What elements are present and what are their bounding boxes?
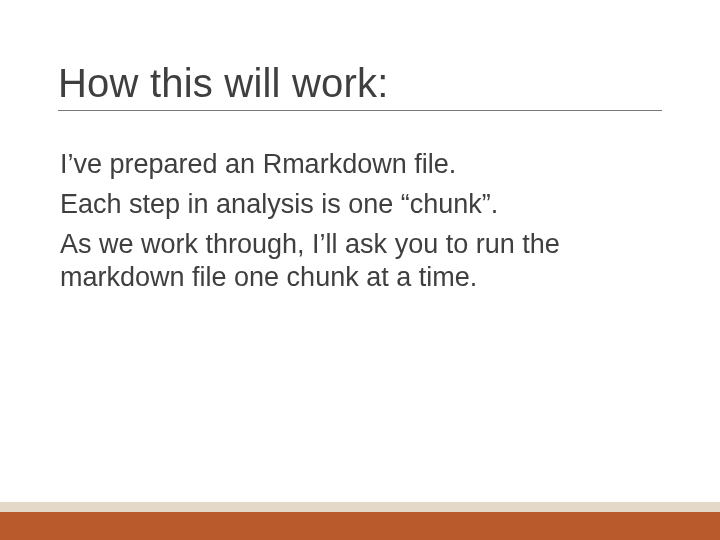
- slide-title: How this will work:: [58, 62, 662, 111]
- body-paragraph: Each step in analysis is one “chunk”.: [60, 188, 620, 222]
- slide: How this will work: I’ve prepared an Rma…: [0, 0, 720, 540]
- body-paragraph: I’ve prepared an Rmarkdown file.: [60, 148, 620, 182]
- slide-body: I’ve prepared an Rmarkdown file. Each st…: [60, 148, 620, 301]
- footer-accent-bar: [0, 512, 720, 540]
- body-paragraph: As we work through, I’ll ask you to run …: [60, 228, 620, 296]
